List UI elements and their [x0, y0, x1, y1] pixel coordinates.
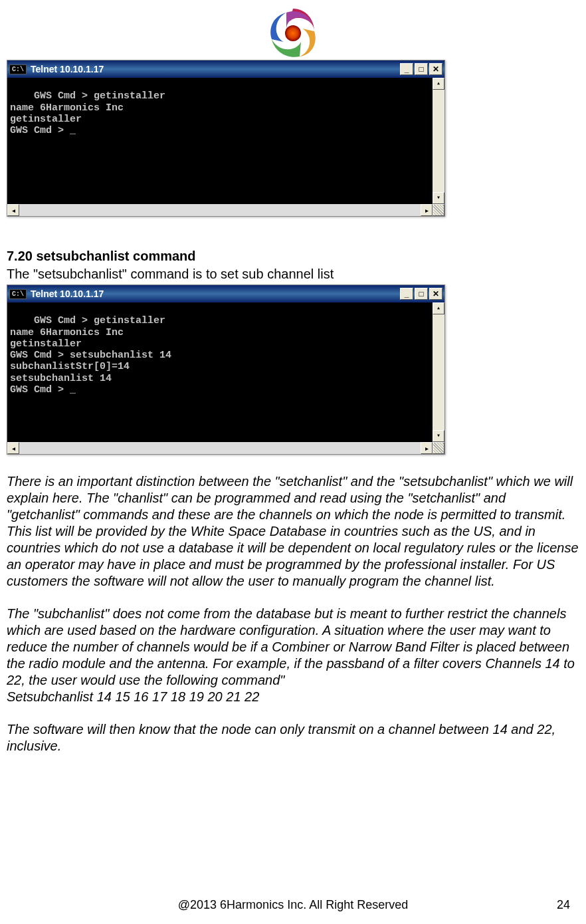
scrollbar-track[interactable]: [19, 442, 421, 454]
maximize-button[interactable]: □: [415, 288, 428, 300]
scroll-right-button[interactable]: ▸: [421, 204, 433, 216]
scroll-down-button[interactable]: ▾: [433, 192, 444, 204]
maximize-button[interactable]: □: [415, 63, 428, 75]
section-intro: The "setsubchanlist" command is to set s…: [7, 267, 579, 282]
svg-point-0: [285, 25, 301, 41]
paragraph-2: The "subchanlist" does not come from the…: [7, 606, 579, 689]
resize-grip[interactable]: [433, 442, 444, 454]
terminal-output: GWS Cmd > getinstaller name 6Harmonics I…: [7, 302, 444, 442]
terminal-icon: C:\: [9, 64, 27, 74]
minimize-button[interactable]: _: [400, 288, 413, 300]
scroll-up-button[interactable]: ▴: [433, 78, 444, 90]
scroll-up-button[interactable]: ▴: [433, 302, 444, 314]
scroll-left-button[interactable]: ◂: [7, 442, 19, 454]
scroll-down-button[interactable]: ▾: [433, 430, 444, 442]
scroll-right-button[interactable]: ▸: [421, 442, 433, 454]
close-button[interactable]: ✕: [429, 63, 442, 75]
section-heading: 7.20 setsubchanlist command: [7, 249, 579, 264]
scrollbar-track[interactable]: [19, 204, 421, 216]
close-button[interactable]: ✕: [429, 288, 442, 300]
window-title: Telnet 10.10.1.17: [31, 289, 399, 299]
horizontal-scrollbar[interactable]: ◂ ▸: [7, 204, 444, 216]
telnet-window-2: C:\ Telnet 10.10.1.17 _ □ ✕ GWS Cmd > ge…: [7, 285, 445, 455]
paragraph-3: The software will then know that the nod…: [7, 721, 579, 754]
horizontal-scrollbar[interactable]: ◂ ▸: [7, 442, 444, 454]
resize-grip[interactable]: [433, 204, 444, 216]
company-logo: [260, 3, 326, 60]
page-number: 24: [557, 898, 570, 912]
page-footer: @2013 6Harmonics Inc. All Right Reserved…: [0, 898, 586, 912]
window-titlebar: C:\ Telnet 10.10.1.17 _ □ ✕: [7, 285, 444, 302]
scroll-left-button[interactable]: ◂: [7, 204, 19, 216]
minimize-button[interactable]: _: [400, 63, 413, 75]
window-title: Telnet 10.10.1.17: [31, 64, 399, 74]
window-titlebar: C:\ Telnet 10.10.1.17 _ □ ✕: [7, 60, 444, 78]
terminal-text: GWS Cmd > getinstaller name 6Harmonics I…: [10, 90, 165, 136]
terminal-icon: C:\: [9, 289, 27, 299]
telnet-window-1: C:\ Telnet 10.10.1.17 _ □ ✕ GWS Cmd > ge…: [7, 60, 445, 217]
terminal-output: GWS Cmd > getinstaller name 6Harmonics I…: [7, 78, 444, 204]
paragraph-1: There is an important distinction betwee…: [7, 473, 579, 590]
command-example: Setsubchanlist 14 15 16 17 18 19 20 21 2…: [7, 689, 579, 705]
copyright-text: @2013 6Harmonics Inc. All Right Reserved: [178, 898, 408, 911]
terminal-text: GWS Cmd > getinstaller name 6Harmonics I…: [10, 315, 171, 396]
